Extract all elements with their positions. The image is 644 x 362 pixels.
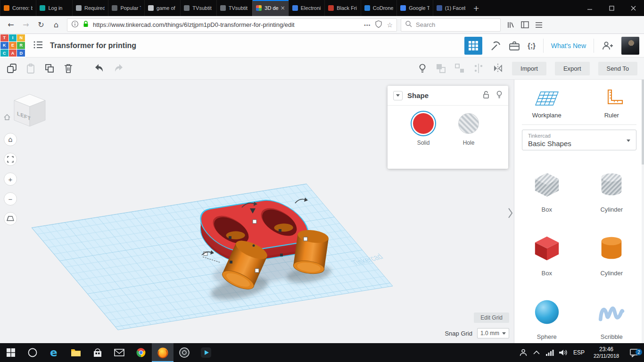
network-icon[interactable] [543, 349, 556, 356]
hidden-icons-chevron[interactable] [530, 350, 543, 355]
redo-icon[interactable] [113, 63, 124, 74]
browser-tab[interactable]: Google T [396, 0, 432, 16]
shape-library-select[interactable]: Tinkercad Basic Shapes [522, 130, 636, 150]
panel-scrollbar[interactable] [642, 80, 644, 343]
align-icon[interactable] [473, 63, 484, 74]
export-button[interactable]: Export [555, 62, 590, 75]
import-button[interactable]: Import [512, 62, 546, 75]
window-maximize-button[interactable] [601, 0, 622, 16]
lock-icon[interactable] [482, 90, 489, 101]
shield-icon[interactable] [375, 20, 382, 30]
view-home-button[interactable]: ⌂ [4, 133, 17, 146]
window-minimize-button[interactable] [579, 0, 601, 16]
file-explorer-icon[interactable] [65, 343, 87, 362]
cortana-icon[interactable] [22, 343, 43, 362]
home-button[interactable]: ⌂ [49, 18, 63, 32]
edit-grid-button[interactable]: Edit Grid [474, 313, 509, 323]
action-center-icon[interactable]: 2 [624, 348, 644, 357]
chrome-icon[interactable] [130, 343, 152, 362]
tinkercad-logo[interactable]: TINKERCAD [0, 34, 25, 58]
browser-tab[interactable]: (1) Faceb [433, 0, 469, 16]
blocks-view-button[interactable] [464, 37, 482, 55]
sidebar-toggle-icon[interactable] [518, 18, 532, 32]
workplane[interactable]: Tinkercad [32, 184, 393, 330]
obs-icon[interactable] [173, 343, 195, 362]
page-actions-menu[interactable]: ••• [364, 22, 371, 28]
solid-option[interactable]: Solid [413, 113, 434, 146]
volume-icon[interactable] [556, 348, 570, 357]
shape-tile[interactable]: Cylinder [597, 170, 626, 213]
invite-person-icon[interactable] [602, 41, 614, 51]
3d-canvas[interactable]: Tinkercad [0, 80, 514, 343]
view-cube[interactable]: LEFT [4, 94, 45, 126]
edge-icon[interactable]: e [43, 343, 65, 362]
mirror-icon[interactable] [492, 63, 504, 74]
microsoft-store-icon[interactable] [87, 343, 108, 362]
browser-tab[interactable]: Electroni [289, 0, 324, 16]
browser-tab[interactable]: TVsubtit [180, 0, 216, 16]
snap-grid-select[interactable]: 1.0 mm [477, 328, 509, 338]
ruler-tool[interactable]: Ruler [579, 87, 644, 119]
reload-button[interactable]: ↻ [34, 18, 48, 32]
media-player-icon[interactable] [195, 343, 217, 362]
search-input[interactable] [415, 21, 496, 29]
zoom-in-button[interactable]: + [4, 173, 17, 186]
browser-tab[interactable]: Correo: b [0, 0, 36, 16]
projects-briefcase-icon[interactable] [509, 41, 520, 51]
shape-tile[interactable]: Scribble [597, 297, 626, 340]
design-title[interactable]: Transformer for printing [50, 41, 136, 50]
mail-icon[interactable] [108, 343, 130, 362]
shape-tile[interactable]: Sphere [532, 297, 561, 340]
clock[interactable]: 23:46 22/11/2018 [588, 346, 624, 360]
workplane-tool[interactable]: Workplane [514, 87, 579, 119]
duplicate-icon[interactable] [44, 63, 55, 74]
copy-icon[interactable] [7, 63, 17, 74]
user-avatar[interactable] [621, 37, 639, 55]
site-info-icon[interactable] [71, 20, 79, 30]
solid-swatch[interactable] [413, 113, 434, 134]
panel-collapse-handle[interactable] [507, 206, 514, 220]
firefox-icon[interactable] [152, 343, 173, 362]
shape-tile[interactable]: Box [532, 170, 561, 213]
new-tab-button[interactable]: + [469, 0, 484, 16]
browser-tab[interactable]: CoDrone [361, 0, 396, 16]
visibility-bulb-icon[interactable] [496, 90, 503, 101]
perspective-toggle-button[interactable] [4, 212, 17, 225]
collapse-panel-button[interactable] [393, 91, 403, 100]
search-bar[interactable] [401, 18, 501, 32]
browser-tab[interactable]: TVsubtit [216, 0, 252, 16]
tinker-pickaxe-icon[interactable] [490, 40, 501, 51]
https-lock-icon[interactable] [83, 20, 89, 30]
url-bar[interactable]: https://www.tinkercad.com/things/6Iztjpm… [67, 18, 397, 32]
shape-tile[interactable]: Cylinder [597, 234, 626, 277]
paste-icon[interactable] [25, 63, 36, 74]
orange-cylinder-right[interactable] [293, 228, 330, 275]
group-icon[interactable] [436, 63, 446, 74]
browser-tab[interactable]: game of [144, 0, 180, 16]
shape-tile[interactable]: Box [532, 234, 561, 277]
send-to-button[interactable]: Send To [598, 62, 637, 75]
whats-new-link[interactable]: What's New [551, 42, 586, 49]
people-icon[interactable] [517, 348, 530, 357]
codeblocks-icon[interactable]: {;} [528, 41, 536, 49]
view-home-icon[interactable] [4, 115, 10, 120]
browser-tab[interactable]: Log in [36, 0, 72, 16]
back-button[interactable]: ← [4, 18, 18, 32]
properties-list-icon[interactable] [33, 40, 43, 51]
show-all-bulb-icon[interactable] [418, 63, 427, 74]
forward-button[interactable]: → [19, 18, 33, 32]
hole-option[interactable]: Hole [458, 113, 479, 146]
zoom-out-button[interactable]: − [4, 192, 17, 206]
library-icon[interactable] [504, 18, 518, 32]
keyboard-language[interactable]: ESP [570, 349, 588, 356]
undo-icon[interactable] [93, 63, 105, 74]
browser-tab[interactable]: Black Fri [324, 0, 360, 16]
start-button[interactable] [0, 343, 22, 362]
browser-tab[interactable]: Required [72, 0, 108, 16]
hamburger-menu-icon[interactable] [532, 18, 546, 32]
browser-tab[interactable]: 3D de × [252, 0, 288, 16]
bookmark-star-icon[interactable]: ☆ [387, 21, 393, 29]
ungroup-icon[interactable] [454, 63, 465, 74]
fit-view-button[interactable] [4, 153, 17, 166]
window-close-button[interactable] [622, 0, 644, 16]
